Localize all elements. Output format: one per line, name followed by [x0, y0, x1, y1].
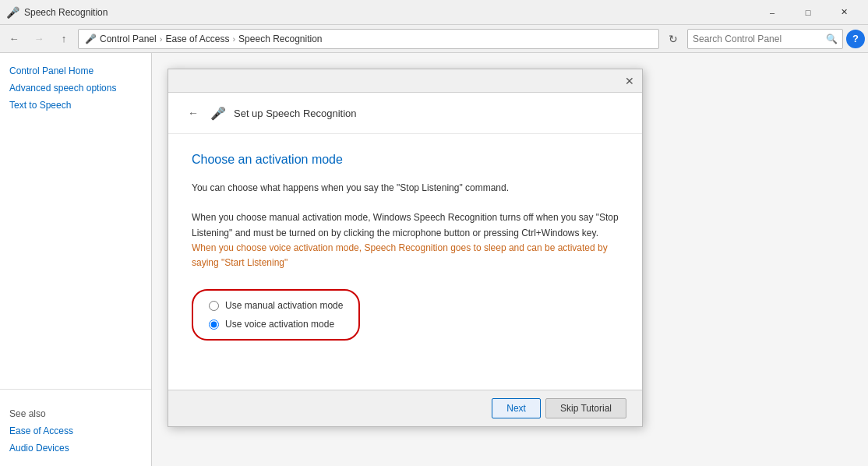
sidebar: Control Panel Home Advanced speech optio… [0, 53, 152, 466]
voice-activation-option[interactable]: Use voice activation mode [209, 319, 343, 330]
desc-line1: You can choose what happens when you say… [192, 182, 509, 193]
manual-activation-option[interactable]: Use manual activation mode [209, 300, 343, 311]
maximize-button[interactable]: □ [790, 0, 826, 25]
sidebar-text-to-speech[interactable]: Text to Speech [0, 97, 151, 114]
up-button[interactable]: ↑ [53, 28, 75, 50]
app-icon: 🎤 [6, 6, 19, 19]
refresh-button[interactable]: ↻ [662, 28, 684, 50]
skip-tutorial-button[interactable]: Skip Tutorial [545, 398, 626, 418]
next-button[interactable]: Next [492, 398, 541, 418]
dialog-footer: Next Skip Tutorial [168, 390, 642, 426]
mic-address-icon: 🎤 [85, 34, 97, 44]
sidebar-advanced-speech[interactable]: Advanced speech options [0, 79, 151, 97]
content-area: ✕ ← 🎤 Set up Speech Recognition Choose a… [152, 53, 868, 466]
manual-activation-label: Use manual activation mode [225, 300, 343, 311]
search-icon: 🔍 [826, 34, 838, 44]
close-button[interactable]: ✕ [826, 0, 862, 25]
activation-mode-radio-group: Use manual activation mode Use voice act… [192, 289, 360, 341]
search-input[interactable] [693, 34, 823, 44]
back-button[interactable]: ← [3, 28, 25, 50]
address-bar: ← → ↑ 🎤 Control Panel › Ease of Access ›… [0, 25, 868, 53]
dialog-header-title: Set up Speech Recognition [234, 108, 357, 119]
dialog-section-title: Choose an activation mode [192, 153, 619, 167]
setup-dialog: ✕ ← 🎤 Set up Speech Recognition Choose a… [168, 69, 643, 427]
dialog-mic-icon: 🎤 [210, 106, 226, 121]
dialog-header: ← 🎤 Set up Speech Recognition [168, 93, 642, 134]
dialog-description: You can choose what happens when you say… [192, 181, 619, 270]
path-speech-recognition[interactable]: Speech Recognition [238, 34, 322, 44]
desc-line3: When you choose voice activation mode, S… [192, 242, 608, 268]
help-button[interactable]: ? [846, 30, 865, 48]
address-path: 🎤 Control Panel › Ease of Access › Speec… [78, 29, 659, 49]
dialog-titlebar: ✕ [168, 69, 642, 93]
manual-activation-radio[interactable] [209, 301, 219, 311]
voice-activation-label: Use voice activation mode [225, 319, 334, 330]
dialog-back-button[interactable]: ← [184, 104, 203, 122]
main-layout: Control Panel Home Advanced speech optio… [0, 53, 868, 466]
path-control-panel[interactable]: Control Panel [100, 34, 157, 44]
path-ease-of-access[interactable]: Ease of Access [165, 34, 229, 44]
sidebar-ease-of-access[interactable]: Ease of Access [0, 422, 151, 440]
title-bar: 🎤 Speech Recognition – □ ✕ [0, 0, 868, 25]
dialog-body: Choose an activation mode You can choose… [168, 134, 642, 390]
app-title: Speech Recognition [24, 7, 108, 18]
dialog-close-button[interactable]: ✕ [620, 72, 639, 90]
sidebar-audio-devices[interactable]: Audio Devices [0, 440, 151, 457]
desc-line2: When you choose manual activation mode, … [192, 212, 619, 238]
voice-activation-radio[interactable] [209, 319, 219, 330]
search-box: 🔍 [687, 29, 843, 49]
see-also-label: See also [0, 399, 151, 422]
forward-button[interactable]: → [28, 28, 50, 50]
minimize-button[interactable]: – [754, 0, 790, 25]
sidebar-control-panel-home[interactable]: Control Panel Home [0, 62, 151, 79]
